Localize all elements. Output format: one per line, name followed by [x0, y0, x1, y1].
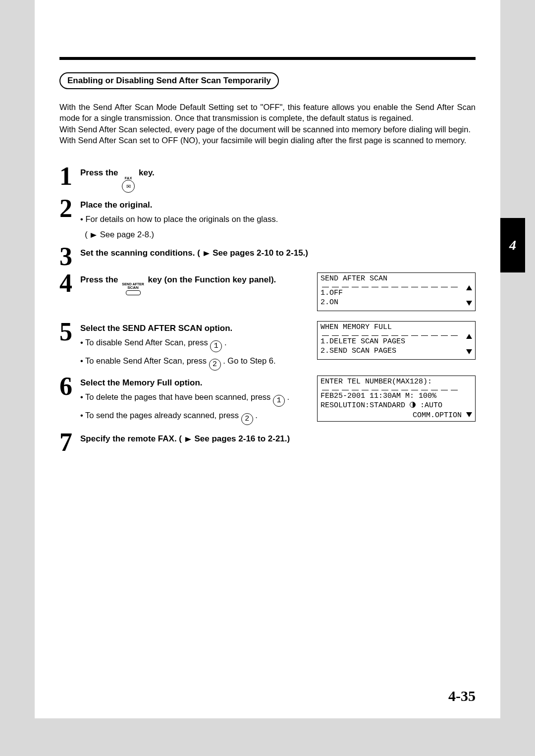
section-title: Enabling or Disabling Send After Scan Te… — [59, 72, 279, 89]
step7-text-a: Specify the remote FAX. ( — [80, 434, 184, 443]
step-num: 5 — [59, 321, 80, 343]
step4-text-b: key (on the Function key panel). — [146, 275, 276, 284]
lcd-display-2: WHEN MEMORY FULL 1.DELETE SCAN PAGES 2.S… — [317, 321, 476, 360]
step5-sub2b: . Go to Step 6. — [221, 356, 276, 365]
step7-text-b: See pages 2-16 to 2-21.) — [192, 434, 290, 443]
step-3: 3 Set the scanning conditions. ( See pag… — [59, 246, 476, 268]
fax-key-icon: FAX✉ — [122, 176, 135, 193]
section-rule — [59, 57, 476, 60]
key-1-icon: 1 — [273, 395, 285, 407]
lcd-display-1: SEND AFTER SCAN 1.OFF 2.ON — [317, 272, 476, 311]
step3-text-b: See pages 2-10 to 2-15.) — [211, 248, 308, 258]
scroll-up-icon — [466, 284, 472, 294]
step-num: 1 — [59, 165, 80, 187]
step5-sub1b: . — [222, 338, 226, 347]
goto-arrow-icon — [185, 437, 191, 442]
step2-sub2: See page 2-8.) — [100, 230, 154, 239]
scroll-down-icon — [466, 348, 472, 358]
scroll-down-icon — [466, 412, 472, 417]
step5-sub1a: To disable Send After Scan, press — [80, 338, 210, 347]
step-num: 6 — [59, 376, 80, 397]
step4-text-a: Press the — [80, 275, 120, 284]
scroll-up-icon — [466, 332, 472, 342]
key-1-icon: 1 — [210, 340, 222, 352]
step-num: 2 — [59, 198, 80, 219]
step6-sub2b: . — [253, 411, 258, 420]
step5-sub2a: To enable Send After Scan, press — [80, 356, 209, 365]
goto-arrow-icon — [204, 251, 210, 256]
key-2-icon: 2 — [209, 359, 221, 371]
step-5: 5 Select the SEND AFTER SCAN option. To … — [59, 321, 307, 371]
goto-arrow-icon — [91, 233, 97, 238]
key-2-icon: 2 — [241, 413, 253, 425]
chapter-tab: 4 — [500, 218, 525, 272]
page: 4 Enabling or Disabling Send After Scan … — [35, 0, 500, 718]
step6-head: Select the Memory Full option. — [80, 378, 307, 388]
step2-sub1: For details on how to place the original… — [80, 213, 476, 225]
send-after-scan-key-icon: SEND AFTERSCAN — [122, 282, 144, 295]
step6-sub1b: . — [285, 392, 289, 401]
contrast-icon — [410, 402, 416, 408]
step5-head: Select the SEND AFTER SCAN option. — [80, 323, 307, 334]
scroll-down-icon — [466, 299, 472, 309]
step1-text-a: Press the — [80, 168, 120, 177]
step-num: 3 — [59, 246, 80, 268]
intro-p2: With Send After Scan selected, every pag… — [59, 124, 476, 135]
page-number: 4-35 — [448, 688, 476, 704]
step-4: 4 Press the SEND AFTERSCAN key (on the F… — [59, 272, 307, 295]
step1-text-b: key. — [136, 168, 155, 177]
step-1: 1 Press the FAX✉ key. — [59, 165, 476, 193]
step-6: 6 Select the Memory Full option. To dele… — [59, 376, 307, 425]
step6-sub1a: To delete the pages that have been scann… — [80, 392, 273, 401]
step6-sub2a: To send the pages already scanned, press — [80, 411, 241, 420]
step3-text-a: Set the scanning conditions. ( — [80, 248, 203, 258]
lcd-display-3: ENTER TEL NUMBER(MAX128): FEB25-2001 11:… — [317, 376, 476, 422]
intro-p1: With the Send After Scan Mode Default Se… — [59, 102, 476, 124]
intro-p3: With Send After Scan set to OFF (NO), yo… — [59, 135, 476, 146]
step-num: 7 — [59, 432, 80, 453]
step-2: 2 Place the original. For details on how… — [59, 198, 476, 241]
intro-text: With the Send After Scan Mode Default Se… — [59, 102, 476, 146]
step2-head: Place the original. — [80, 200, 476, 211]
step-7: 7 Specify the remote FAX. ( See pages 2-… — [59, 432, 476, 453]
step-num: 4 — [59, 272, 80, 294]
